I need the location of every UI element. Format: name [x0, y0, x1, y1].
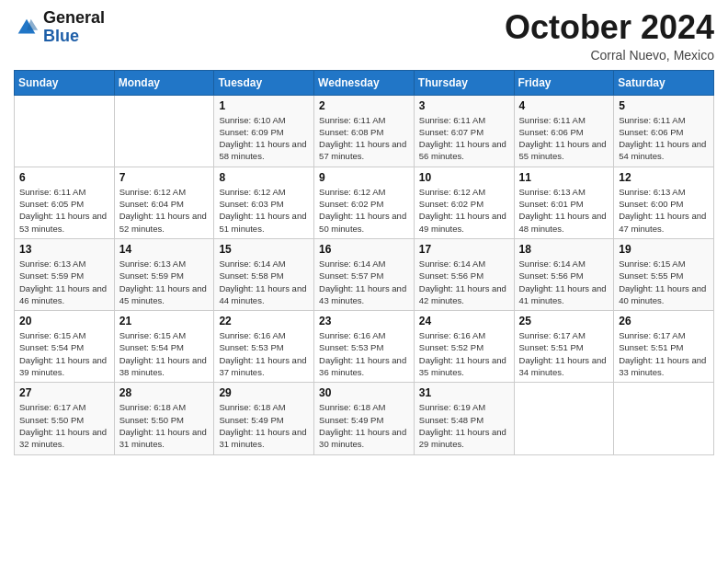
- col-saturday: Saturday: [614, 70, 714, 95]
- week-row-3: 13Sunrise: 6:13 AM Sunset: 5:59 PM Dayli…: [15, 238, 714, 310]
- day-cell: 11Sunrise: 6:13 AM Sunset: 6:01 PM Dayli…: [514, 167, 614, 238]
- day-number: 7: [119, 171, 210, 184]
- day-cell: 18Sunrise: 6:14 AM Sunset: 5:56 PM Dayli…: [514, 238, 614, 310]
- day-cell: 17Sunrise: 6:14 AM Sunset: 5:56 PM Dayli…: [414, 238, 514, 310]
- day-number: 8: [219, 171, 309, 184]
- calendar-header: Sunday Monday Tuesday Wednesday Thursday…: [15, 70, 714, 95]
- col-sunday: Sunday: [15, 70, 115, 95]
- day-cell: 9Sunrise: 6:12 AM Sunset: 6:02 PM Daylig…: [314, 167, 415, 238]
- day-info: Sunrise: 6:16 AM Sunset: 5:53 PM Dayligh…: [219, 329, 309, 378]
- logo-general: General: [43, 8, 105, 27]
- day-cell: 6Sunrise: 6:11 AM Sunset: 6:05 PM Daylig…: [15, 167, 115, 238]
- day-info: Sunrise: 6:15 AM Sunset: 5:55 PM Dayligh…: [619, 258, 709, 306]
- day-info: Sunrise: 6:16 AM Sunset: 5:52 PM Dayligh…: [419, 329, 509, 378]
- day-number: 14: [119, 243, 210, 256]
- day-info: Sunrise: 6:13 AM Sunset: 5:59 PM Dayligh…: [119, 258, 210, 306]
- day-info: Sunrise: 6:18 AM Sunset: 5:49 PM Dayligh…: [219, 401, 309, 450]
- logo: General Blue: [14, 9, 105, 46]
- day-cell: 3Sunrise: 6:11 AM Sunset: 6:07 PM Daylig…: [414, 95, 514, 167]
- month-title: October 2024: [505, 9, 714, 46]
- day-cell: 2Sunrise: 6:11 AM Sunset: 6:08 PM Daylig…: [314, 95, 415, 167]
- title-block: October 2024 Corral Nuevo, Mexico: [505, 9, 714, 63]
- day-cell: 19Sunrise: 6:15 AM Sunset: 5:55 PM Dayli…: [614, 238, 714, 310]
- day-number: 6: [19, 171, 109, 184]
- day-info: Sunrise: 6:17 AM Sunset: 5:51 PM Dayligh…: [619, 329, 709, 378]
- day-cell: 5Sunrise: 6:11 AM Sunset: 6:06 PM Daylig…: [614, 95, 714, 167]
- day-cell: 22Sunrise: 6:16 AM Sunset: 5:53 PM Dayli…: [214, 311, 314, 383]
- day-cell: 12Sunrise: 6:13 AM Sunset: 6:00 PM Dayli…: [614, 167, 714, 238]
- calendar-body: 1Sunrise: 6:10 AM Sunset: 6:09 PM Daylig…: [15, 95, 714, 454]
- day-cell: 28Sunrise: 6:18 AM Sunset: 5:50 PM Dayli…: [114, 383, 214, 454]
- day-info: Sunrise: 6:11 AM Sunset: 6:08 PM Dayligh…: [319, 114, 409, 163]
- day-cell: 31Sunrise: 6:19 AM Sunset: 5:48 PM Dayli…: [414, 383, 514, 454]
- day-cell: [114, 95, 214, 167]
- day-number: 10: [419, 171, 509, 184]
- col-wednesday: Wednesday: [314, 70, 415, 95]
- day-number: 21: [119, 315, 210, 327]
- col-thursday: Thursday: [414, 70, 514, 95]
- day-number: 24: [419, 315, 509, 327]
- col-tuesday: Tuesday: [214, 70, 314, 95]
- day-cell: 25Sunrise: 6:17 AM Sunset: 5:51 PM Dayli…: [514, 311, 614, 383]
- day-number: 17: [419, 243, 509, 256]
- day-cell: 26Sunrise: 6:17 AM Sunset: 5:51 PM Dayli…: [614, 311, 714, 383]
- day-info: Sunrise: 6:13 AM Sunset: 6:01 PM Dayligh…: [519, 186, 609, 235]
- header-row: Sunday Monday Tuesday Wednesday Thursday…: [15, 70, 714, 95]
- day-number: 27: [19, 386, 109, 399]
- day-number: 18: [519, 243, 609, 256]
- day-cell: 15Sunrise: 6:14 AM Sunset: 5:58 PM Dayli…: [214, 238, 314, 310]
- day-info: Sunrise: 6:12 AM Sunset: 6:03 PM Dayligh…: [219, 186, 309, 235]
- day-cell: 23Sunrise: 6:16 AM Sunset: 5:53 PM Dayli…: [314, 311, 415, 383]
- day-number: 23: [319, 315, 409, 327]
- day-number: 12: [619, 171, 709, 184]
- day-info: Sunrise: 6:12 AM Sunset: 6:02 PM Dayligh…: [419, 186, 509, 235]
- day-number: 4: [519, 99, 609, 112]
- day-number: 3: [419, 99, 509, 112]
- location: Corral Nuevo, Mexico: [505, 48, 714, 63]
- day-cell: 29Sunrise: 6:18 AM Sunset: 5:49 PM Dayli…: [214, 383, 314, 454]
- day-number: 31: [419, 386, 509, 399]
- day-number: 30: [319, 386, 409, 399]
- day-info: Sunrise: 6:12 AM Sunset: 6:02 PM Dayligh…: [319, 186, 409, 235]
- page: General Blue October 2024 Corral Nuevo, …: [0, 0, 728, 563]
- day-info: Sunrise: 6:12 AM Sunset: 6:04 PM Dayligh…: [119, 186, 210, 235]
- day-number: 9: [319, 171, 409, 184]
- day-info: Sunrise: 6:16 AM Sunset: 5:53 PM Dayligh…: [319, 329, 409, 378]
- day-number: 29: [219, 386, 309, 399]
- day-info: Sunrise: 6:17 AM Sunset: 5:51 PM Dayligh…: [519, 329, 609, 378]
- day-info: Sunrise: 6:18 AM Sunset: 5:50 PM Dayligh…: [119, 401, 210, 450]
- col-monday: Monday: [114, 70, 214, 95]
- day-info: Sunrise: 6:14 AM Sunset: 5:58 PM Dayligh…: [219, 258, 309, 306]
- day-cell: 16Sunrise: 6:14 AM Sunset: 5:57 PM Dayli…: [314, 238, 415, 310]
- day-cell: 30Sunrise: 6:18 AM Sunset: 5:49 PM Dayli…: [314, 383, 415, 454]
- day-number: 19: [619, 243, 709, 256]
- week-row-1: 1Sunrise: 6:10 AM Sunset: 6:09 PM Daylig…: [15, 95, 714, 167]
- day-cell: 8Sunrise: 6:12 AM Sunset: 6:03 PM Daylig…: [214, 167, 314, 238]
- day-info: Sunrise: 6:11 AM Sunset: 6:05 PM Dayligh…: [19, 186, 109, 235]
- day-info: Sunrise: 6:17 AM Sunset: 5:50 PM Dayligh…: [19, 401, 109, 450]
- calendar-table: Sunday Monday Tuesday Wednesday Thursday…: [14, 70, 714, 455]
- day-info: Sunrise: 6:15 AM Sunset: 5:54 PM Dayligh…: [19, 329, 109, 378]
- day-number: 22: [219, 315, 309, 327]
- day-number: 5: [619, 99, 709, 112]
- day-number: 13: [19, 243, 109, 256]
- day-cell: 13Sunrise: 6:13 AM Sunset: 5:59 PM Dayli…: [15, 238, 115, 310]
- day-cell: [614, 383, 714, 454]
- day-cell: 7Sunrise: 6:12 AM Sunset: 6:04 PM Daylig…: [114, 167, 214, 238]
- day-number: 11: [519, 171, 609, 184]
- header: General Blue October 2024 Corral Nuevo, …: [14, 9, 714, 63]
- logo-icon: [14, 15, 40, 40]
- day-number: 15: [219, 243, 309, 256]
- week-row-2: 6Sunrise: 6:11 AM Sunset: 6:05 PM Daylig…: [15, 167, 714, 238]
- day-cell: [15, 95, 115, 167]
- day-number: 20: [19, 315, 109, 327]
- day-number: 16: [319, 243, 409, 256]
- day-info: Sunrise: 6:11 AM Sunset: 6:07 PM Dayligh…: [419, 114, 509, 163]
- day-cell: 10Sunrise: 6:12 AM Sunset: 6:02 PM Dayli…: [414, 167, 514, 238]
- day-info: Sunrise: 6:14 AM Sunset: 5:56 PM Dayligh…: [419, 258, 509, 306]
- day-info: Sunrise: 6:14 AM Sunset: 5:57 PM Dayligh…: [319, 258, 409, 306]
- week-row-5: 27Sunrise: 6:17 AM Sunset: 5:50 PM Dayli…: [15, 383, 714, 454]
- day-info: Sunrise: 6:18 AM Sunset: 5:49 PM Dayligh…: [319, 401, 409, 450]
- day-number: 28: [119, 386, 210, 399]
- day-cell: 14Sunrise: 6:13 AM Sunset: 5:59 PM Dayli…: [114, 238, 214, 310]
